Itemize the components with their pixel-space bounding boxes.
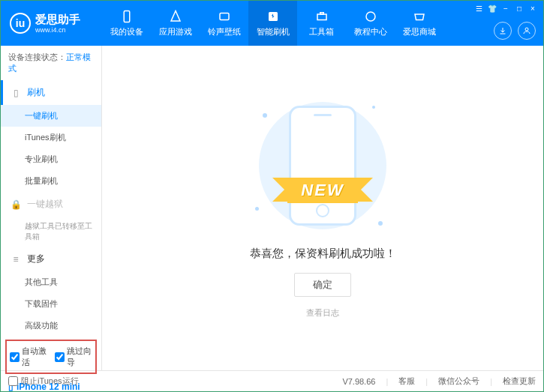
minimize-icon[interactable]: − (500, 3, 512, 13)
svg-rect-1 (220, 13, 229, 20)
jailbreak-note: 越狱工具已转移至工具箱 (1, 217, 101, 247)
skin-icon[interactable]: 👕 (486, 3, 498, 13)
version-label: V7.98.66 (342, 377, 375, 386)
app-url: www.i4.cn (35, 26, 80, 34)
logo-icon: iu (10, 13, 31, 34)
block-itunes-checkbox[interactable]: 阻止iTunes运行 (8, 376, 79, 387)
success-message: 恭喜您，保资料刷机成功啦！ (250, 247, 396, 261)
app-title: 爱思助手 (35, 13, 80, 26)
main-nav: 我的设备 应用游戏 铃声壁纸 智能刷机 工具箱 教程中心 爱思商城 (102, 1, 443, 46)
svg-rect-4 (320, 13, 323, 14)
sidebar-item-batch-flash[interactable]: 批量刷机 (1, 170, 101, 192)
sidebar-item-oneclick-flash[interactable]: 一键刷机 (1, 105, 101, 127)
download-icon[interactable] (494, 22, 512, 40)
wechat-link[interactable]: 微信公众号 (438, 376, 479, 387)
auto-activate-checkbox[interactable]: 自动激活 (10, 346, 47, 368)
close-icon[interactable]: × (527, 3, 539, 13)
sidebar-item-pro-flash[interactable]: 专业刷机 (1, 148, 101, 170)
nav-apps[interactable]: 应用游戏 (151, 1, 200, 46)
sidebar-section-flash[interactable]: ▯ 刷机 (1, 80, 101, 105)
main-content: NEW 恭喜您，保资料刷机成功啦！ 确定 查看日志 (102, 46, 543, 370)
svg-point-5 (366, 12, 375, 21)
check-update-link[interactable]: 检查更新 (503, 376, 536, 387)
success-illustration: NEW (248, 98, 398, 233)
nav-tutorials[interactable]: 教程中心 (346, 1, 395, 46)
nav-smart-flash[interactable]: 智能刷机 (248, 1, 297, 46)
window-controls: ☰ 👕 − □ × (468, 1, 543, 16)
user-icon[interactable] (518, 22, 536, 40)
sidebar-section-more[interactable]: ≡ 更多 (1, 247, 101, 271)
svg-rect-3 (317, 14, 326, 20)
sidebar-item-download-firmware[interactable]: 下载固件 (1, 293, 101, 315)
sidebar-item-itunes-flash[interactable]: iTunes刷机 (1, 127, 101, 148)
skip-guide-checkbox[interactable]: 跳过向导 (55, 346, 92, 368)
svg-rect-0 (124, 11, 130, 22)
nav-my-device[interactable]: 我的设备 (102, 1, 151, 46)
svg-point-6 (525, 28, 528, 31)
sidebar-item-other-tools[interactable]: 其他工具 (1, 271, 101, 293)
lock-icon: 🔒 (11, 199, 21, 210)
service-link[interactable]: 客服 (398, 376, 415, 387)
logo-area: iu 爱思助手 www.i4.cn (1, 13, 102, 34)
app-header: iu 爱思助手 www.i4.cn 我的设备 应用游戏 铃声壁纸 智能刷机 工具… (1, 1, 543, 46)
maximize-icon[interactable]: □ (513, 3, 525, 13)
sidebar: 设备连接状态：正常模式 ▯ 刷机 一键刷机 iTunes刷机 专业刷机 批量刷机… (1, 46, 102, 370)
more-icon: ≡ (11, 254, 21, 265)
menu-icon[interactable]: ☰ (473, 3, 485, 13)
sidebar-section-jailbreak[interactable]: 🔒 一键越狱 (1, 192, 101, 217)
phone-icon: ▯ (11, 88, 21, 98)
new-ribbon: NEW (287, 178, 357, 203)
options-row: 自动激活 跳过向导 (5, 340, 97, 374)
nav-toolbox[interactable]: 工具箱 (297, 1, 346, 46)
nav-store[interactable]: 爱思商城 (395, 1, 443, 46)
nav-ringtones[interactable]: 铃声壁纸 (200, 1, 248, 46)
ok-button[interactable]: 确定 (294, 273, 351, 297)
connection-status: 设备连接状态：正常模式 (1, 46, 101, 80)
sidebar-item-advanced[interactable]: 高级功能 (1, 315, 101, 337)
view-log-link[interactable]: 查看日志 (306, 307, 339, 319)
